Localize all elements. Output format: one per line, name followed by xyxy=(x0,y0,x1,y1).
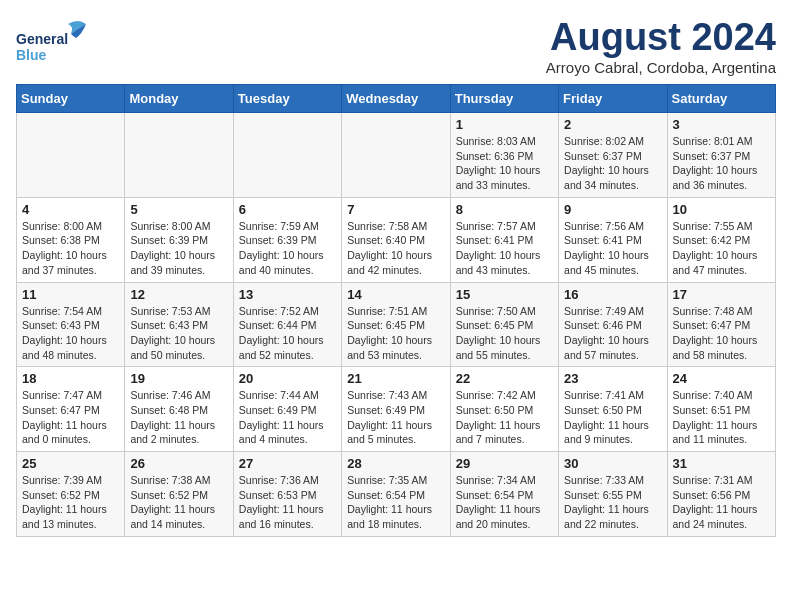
calendar-cell xyxy=(233,113,341,198)
calendar-cell: 24Sunrise: 7:40 AMSunset: 6:51 PMDayligh… xyxy=(667,367,775,452)
day-info: Sunrise: 8:00 AMSunset: 6:38 PMDaylight:… xyxy=(22,219,119,278)
day-number: 7 xyxy=(347,202,444,217)
day-number: 11 xyxy=(22,287,119,302)
calendar-cell xyxy=(342,113,450,198)
day-number: 10 xyxy=(673,202,770,217)
day-info: Sunrise: 7:44 AMSunset: 6:49 PMDaylight:… xyxy=(239,388,336,447)
calendar-cell: 22Sunrise: 7:42 AMSunset: 6:50 PMDayligh… xyxy=(450,367,558,452)
day-number: 26 xyxy=(130,456,227,471)
day-number: 1 xyxy=(456,117,553,132)
day-info: Sunrise: 7:52 AMSunset: 6:44 PMDaylight:… xyxy=(239,304,336,363)
day-info: Sunrise: 7:47 AMSunset: 6:47 PMDaylight:… xyxy=(22,388,119,447)
day-number: 19 xyxy=(130,371,227,386)
weekday-header-cell: Saturday xyxy=(667,85,775,113)
day-info: Sunrise: 7:48 AMSunset: 6:47 PMDaylight:… xyxy=(673,304,770,363)
day-info: Sunrise: 7:59 AMSunset: 6:39 PMDaylight:… xyxy=(239,219,336,278)
day-info: Sunrise: 7:33 AMSunset: 6:55 PMDaylight:… xyxy=(564,473,661,532)
calendar-cell: 11Sunrise: 7:54 AMSunset: 6:43 PMDayligh… xyxy=(17,282,125,367)
calendar-subtitle: Arroyo Cabral, Cordoba, Argentina xyxy=(546,59,776,76)
day-info: Sunrise: 7:38 AMSunset: 6:52 PMDaylight:… xyxy=(130,473,227,532)
weekday-header-cell: Friday xyxy=(559,85,667,113)
day-number: 18 xyxy=(22,371,119,386)
day-info: Sunrise: 8:00 AMSunset: 6:39 PMDaylight:… xyxy=(130,219,227,278)
logo: General Blue xyxy=(16,16,106,66)
day-info: Sunrise: 7:31 AMSunset: 6:56 PMDaylight:… xyxy=(673,473,770,532)
day-info: Sunrise: 7:36 AMSunset: 6:53 PMDaylight:… xyxy=(239,473,336,532)
day-info: Sunrise: 7:55 AMSunset: 6:42 PMDaylight:… xyxy=(673,219,770,278)
day-number: 8 xyxy=(456,202,553,217)
weekday-header-cell: Wednesday xyxy=(342,85,450,113)
calendar-cell: 13Sunrise: 7:52 AMSunset: 6:44 PMDayligh… xyxy=(233,282,341,367)
calendar-week-row: 25Sunrise: 7:39 AMSunset: 6:52 PMDayligh… xyxy=(17,452,776,537)
calendar-cell: 23Sunrise: 7:41 AMSunset: 6:50 PMDayligh… xyxy=(559,367,667,452)
calendar-cell: 25Sunrise: 7:39 AMSunset: 6:52 PMDayligh… xyxy=(17,452,125,537)
day-info: Sunrise: 8:01 AMSunset: 6:37 PMDaylight:… xyxy=(673,134,770,193)
day-info: Sunrise: 7:49 AMSunset: 6:46 PMDaylight:… xyxy=(564,304,661,363)
weekday-header-cell: Thursday xyxy=(450,85,558,113)
header: General Blue August 2024 Arroyo Cabral, … xyxy=(16,16,776,76)
day-info: Sunrise: 7:53 AMSunset: 6:43 PMDaylight:… xyxy=(130,304,227,363)
day-number: 22 xyxy=(456,371,553,386)
day-number: 15 xyxy=(456,287,553,302)
day-number: 13 xyxy=(239,287,336,302)
calendar-cell: 6Sunrise: 7:59 AMSunset: 6:39 PMDaylight… xyxy=(233,197,341,282)
day-info: Sunrise: 7:42 AMSunset: 6:50 PMDaylight:… xyxy=(456,388,553,447)
calendar-week-row: 11Sunrise: 7:54 AMSunset: 6:43 PMDayligh… xyxy=(17,282,776,367)
calendar-cell xyxy=(17,113,125,198)
day-number: 5 xyxy=(130,202,227,217)
day-info: Sunrise: 7:56 AMSunset: 6:41 PMDaylight:… xyxy=(564,219,661,278)
day-info: Sunrise: 7:43 AMSunset: 6:49 PMDaylight:… xyxy=(347,388,444,447)
calendar-cell: 20Sunrise: 7:44 AMSunset: 6:49 PMDayligh… xyxy=(233,367,341,452)
day-number: 12 xyxy=(130,287,227,302)
day-info: Sunrise: 8:03 AMSunset: 6:36 PMDaylight:… xyxy=(456,134,553,193)
calendar-cell: 29Sunrise: 7:34 AMSunset: 6:54 PMDayligh… xyxy=(450,452,558,537)
calendar-cell: 16Sunrise: 7:49 AMSunset: 6:46 PMDayligh… xyxy=(559,282,667,367)
calendar-cell: 12Sunrise: 7:53 AMSunset: 6:43 PMDayligh… xyxy=(125,282,233,367)
title-block: August 2024 Arroyo Cabral, Cordoba, Arge… xyxy=(546,16,776,76)
calendar-title: August 2024 xyxy=(546,16,776,59)
calendar-cell xyxy=(125,113,233,198)
calendar-cell: 5Sunrise: 8:00 AMSunset: 6:39 PMDaylight… xyxy=(125,197,233,282)
calendar-cell: 4Sunrise: 8:00 AMSunset: 6:38 PMDaylight… xyxy=(17,197,125,282)
weekday-header-cell: Sunday xyxy=(17,85,125,113)
calendar-cell: 28Sunrise: 7:35 AMSunset: 6:54 PMDayligh… xyxy=(342,452,450,537)
calendar-cell: 31Sunrise: 7:31 AMSunset: 6:56 PMDayligh… xyxy=(667,452,775,537)
day-number: 9 xyxy=(564,202,661,217)
calendar-week-row: 1Sunrise: 8:03 AMSunset: 6:36 PMDaylight… xyxy=(17,113,776,198)
calendar-cell: 8Sunrise: 7:57 AMSunset: 6:41 PMDaylight… xyxy=(450,197,558,282)
calendar-cell: 19Sunrise: 7:46 AMSunset: 6:48 PMDayligh… xyxy=(125,367,233,452)
weekday-header-row: SundayMondayTuesdayWednesdayThursdayFrid… xyxy=(17,85,776,113)
day-info: Sunrise: 7:46 AMSunset: 6:48 PMDaylight:… xyxy=(130,388,227,447)
calendar-cell: 9Sunrise: 7:56 AMSunset: 6:41 PMDaylight… xyxy=(559,197,667,282)
day-info: Sunrise: 7:51 AMSunset: 6:45 PMDaylight:… xyxy=(347,304,444,363)
calendar-cell: 15Sunrise: 7:50 AMSunset: 6:45 PMDayligh… xyxy=(450,282,558,367)
day-number: 6 xyxy=(239,202,336,217)
calendar-cell: 18Sunrise: 7:47 AMSunset: 6:47 PMDayligh… xyxy=(17,367,125,452)
day-number: 23 xyxy=(564,371,661,386)
day-number: 14 xyxy=(347,287,444,302)
logo-svg: General Blue xyxy=(16,16,106,66)
day-number: 24 xyxy=(673,371,770,386)
calendar-cell: 1Sunrise: 8:03 AMSunset: 6:36 PMDaylight… xyxy=(450,113,558,198)
calendar-cell: 10Sunrise: 7:55 AMSunset: 6:42 PMDayligh… xyxy=(667,197,775,282)
day-number: 17 xyxy=(673,287,770,302)
day-number: 29 xyxy=(456,456,553,471)
calendar-cell: 30Sunrise: 7:33 AMSunset: 6:55 PMDayligh… xyxy=(559,452,667,537)
day-info: Sunrise: 7:41 AMSunset: 6:50 PMDaylight:… xyxy=(564,388,661,447)
day-number: 20 xyxy=(239,371,336,386)
day-info: Sunrise: 8:02 AMSunset: 6:37 PMDaylight:… xyxy=(564,134,661,193)
day-info: Sunrise: 7:34 AMSunset: 6:54 PMDaylight:… xyxy=(456,473,553,532)
day-info: Sunrise: 7:58 AMSunset: 6:40 PMDaylight:… xyxy=(347,219,444,278)
day-info: Sunrise: 7:39 AMSunset: 6:52 PMDaylight:… xyxy=(22,473,119,532)
day-number: 3 xyxy=(673,117,770,132)
day-info: Sunrise: 7:54 AMSunset: 6:43 PMDaylight:… xyxy=(22,304,119,363)
calendar-cell: 3Sunrise: 8:01 AMSunset: 6:37 PMDaylight… xyxy=(667,113,775,198)
svg-text:Blue: Blue xyxy=(16,47,47,63)
day-number: 16 xyxy=(564,287,661,302)
weekday-header-cell: Monday xyxy=(125,85,233,113)
weekday-header-cell: Tuesday xyxy=(233,85,341,113)
day-number: 25 xyxy=(22,456,119,471)
calendar-week-row: 4Sunrise: 8:00 AMSunset: 6:38 PMDaylight… xyxy=(17,197,776,282)
calendar-cell: 7Sunrise: 7:58 AMSunset: 6:40 PMDaylight… xyxy=(342,197,450,282)
day-number: 31 xyxy=(673,456,770,471)
